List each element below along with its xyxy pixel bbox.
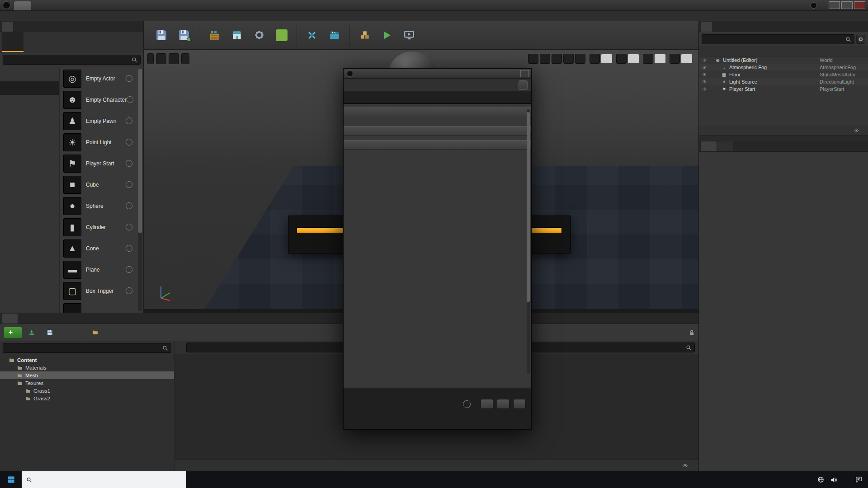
tab-world-outliner[interactable] [701, 22, 712, 32]
cinematics-button[interactable] [323, 28, 346, 43]
placeable-item[interactable]: ● Sphere [60, 195, 143, 216]
collapse-section-button[interactable] [344, 116, 531, 123]
visibility-eye-icon[interactable] [699, 72, 710, 77]
category-item[interactable] [0, 122, 59, 136]
placeable-item[interactable]: ⚑ Player Start [60, 153, 143, 174]
mode-tool-button[interactable] [89, 32, 110, 52]
scale-snap-value[interactable] [655, 54, 665, 63]
mode-tool-button[interactable] [45, 32, 67, 52]
category-item[interactable] [0, 108, 59, 122]
outliner-settings-button[interactable] [856, 35, 865, 44]
visibility-eye-icon[interactable] [699, 58, 710, 62]
placeable-item[interactable]: ■ Cube [60, 174, 143, 195]
outliner-search-input[interactable] [702, 34, 854, 44]
view-options-button[interactable] [682, 463, 693, 468]
help-icon[interactable] [126, 117, 132, 124]
items-scrollbar[interactable] [138, 69, 142, 311]
world-space-button[interactable] [575, 54, 585, 64]
mode-tool-button[interactable] [2, 32, 24, 52]
rotate-tool-button[interactable] [552, 54, 562, 64]
help-icon[interactable] [463, 400, 471, 408]
scale-tool-button[interactable] [563, 54, 574, 64]
grid-snap-value[interactable] [601, 54, 612, 63]
help-icon[interactable] [126, 181, 132, 188]
panel-splitter[interactable] [699, 136, 868, 141]
category-item[interactable] [0, 95, 59, 108]
visibility-eye-icon[interactable] [699, 80, 710, 84]
settings-button[interactable] [248, 28, 270, 43]
help-icon[interactable] [126, 266, 132, 273]
build-button[interactable] [354, 28, 376, 43]
folder-item[interactable]: Mesh [0, 371, 174, 379]
menu-item[interactable] [29, 14, 38, 17]
help-icon[interactable] [126, 160, 132, 167]
grid-snap-icon[interactable] [590, 54, 600, 64]
outliner-row[interactable]: ⊕ Untitled (Editor) World [699, 56, 868, 64]
perspective-button[interactable] [156, 53, 166, 64]
folder-item[interactable]: Content [0, 356, 174, 364]
play-button[interactable] [376, 28, 398, 43]
reset-to-default-button[interactable] [519, 80, 528, 90]
rotation-snap-value[interactable] [628, 54, 639, 63]
placeable-item[interactable]: ♟ Empty Pawn [60, 110, 143, 131]
folder-item[interactable]: Texures [0, 379, 174, 387]
outliner-row[interactable]: ⚑ Player Start PlayerStart [699, 85, 868, 93]
taskbar-search-input[interactable] [36, 477, 182, 483]
category-item[interactable] [0, 68, 59, 81]
mode-tool-button[interactable] [24, 32, 45, 52]
minimize-button[interactable] [829, 1, 840, 9]
save-all-button[interactable] [44, 329, 58, 336]
close-button[interactable] [854, 1, 865, 9]
visibility-eye-icon[interactable] [699, 87, 710, 91]
move-tool-button[interactable] [540, 54, 550, 64]
source-control-button[interactable] [173, 28, 195, 43]
visibility-eye-icon[interactable] [699, 65, 710, 70]
notification-center-icon[interactable] [855, 476, 863, 483]
megascans-button[interactable] [270, 28, 293, 43]
taskbar-search[interactable] [22, 471, 186, 488]
outliner-row[interactable]: ▦ Floor StaticMeshActor [699, 71, 868, 78]
category-item[interactable] [0, 163, 59, 176]
document-tab[interactable] [14, 1, 31, 10]
menu-item[interactable] [20, 14, 29, 17]
placeable-item[interactable]: ☀ Point Light [60, 131, 143, 153]
rotation-snap-icon[interactable] [616, 54, 627, 64]
help-icon[interactable] [126, 245, 132, 252]
marketplace-button[interactable] [226, 28, 248, 43]
maximize-button[interactable] [841, 1, 853, 9]
outliner-view-options-button[interactable] [853, 128, 864, 133]
viewport-options-button[interactable] [147, 53, 154, 64]
mesh-section-header[interactable] [344, 107, 531, 116]
placeable-item-partial[interactable] [60, 301, 143, 313]
help-icon[interactable] [127, 96, 133, 103]
cancel-button[interactable] [513, 399, 526, 409]
tab-modes[interactable] [2, 22, 13, 32]
tab-content-browser[interactable] [2, 314, 18, 324]
blueprints-button[interactable] [301, 28, 323, 43]
category-item[interactable] [0, 149, 59, 163]
outliner-row[interactable]: ☀ Light Source DirectionalLight [699, 78, 868, 85]
content-button[interactable] [203, 28, 226, 43]
add-new-button[interactable] [4, 327, 22, 338]
select-tool-button[interactable] [528, 54, 538, 64]
show-button[interactable] [181, 53, 189, 64]
help-icon[interactable] [126, 287, 132, 294]
help-icon[interactable] [126, 202, 132, 209]
placeable-item[interactable]: ◎ Empty Actor [60, 68, 143, 89]
placeable-item[interactable]: ☻ Empty Character [60, 89, 143, 110]
dialog-close-button[interactable] [520, 70, 529, 77]
camera-speed-icon[interactable] [670, 54, 680, 64]
lit-button[interactable] [169, 53, 179, 64]
dialog-title-bar[interactable] [344, 69, 531, 79]
menu-item[interactable] [2, 14, 11, 17]
search-folders-input[interactable] [3, 343, 171, 353]
save-current-button[interactable] [150, 28, 173, 43]
network-icon[interactable] [817, 476, 824, 483]
miscellaneous-section-header[interactable] [344, 140, 531, 150]
search-classes-input[interactable] [3, 55, 141, 65]
import-button[interactable] [497, 399, 509, 409]
folder-item[interactable]: Grass1 [0, 387, 174, 394]
tab-details[interactable] [701, 141, 717, 151]
outliner-row[interactable]: ≈ Atmospheric Fog AtmosphericFog [699, 64, 868, 71]
placeable-item[interactable]: ▢ Box Trigger [60, 280, 143, 301]
